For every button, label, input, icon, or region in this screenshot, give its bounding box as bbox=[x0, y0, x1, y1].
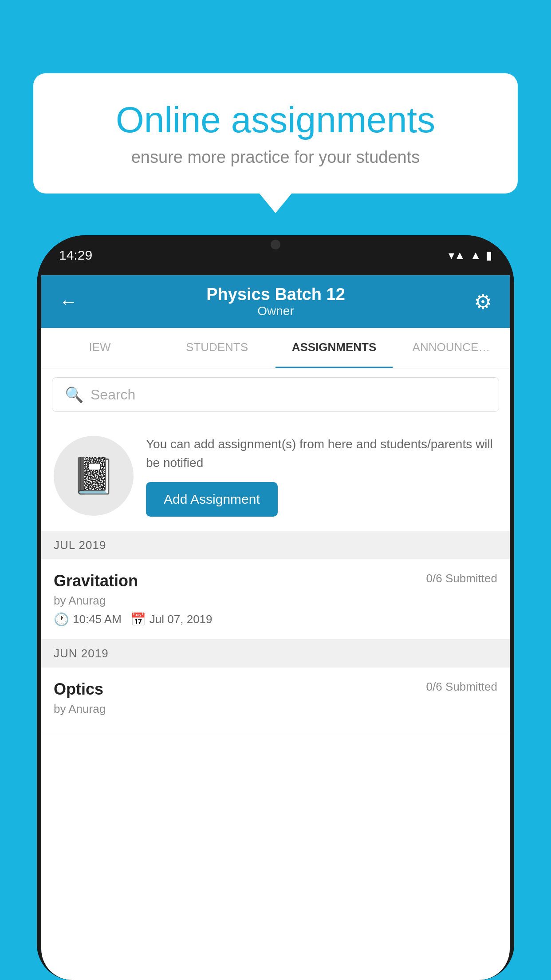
phone-time: 14:29 bbox=[59, 248, 92, 263]
assignment-date-value: Jul 07, 2019 bbox=[150, 612, 213, 626]
assignment-title-optics: Optics bbox=[54, 680, 103, 699]
wifi-icon: ▾▲ bbox=[449, 249, 466, 262]
assignment-submitted-gravitation: 0/6 Submitted bbox=[426, 572, 497, 585]
batch-name: Physics Batch 12 bbox=[206, 285, 345, 304]
assignment-row-top-optics: Optics 0/6 Submitted bbox=[54, 680, 497, 699]
section-header-jul: JUL 2019 bbox=[41, 531, 510, 559]
search-placeholder-text: Search bbox=[91, 387, 135, 403]
add-assignment-button[interactable]: Add Assignment bbox=[146, 482, 278, 517]
tab-students[interactable]: STUDENTS bbox=[158, 328, 276, 368]
speech-bubble-container: Online assignments ensure more practice … bbox=[33, 73, 518, 194]
promo-text-block: You can add assignment(s) from here and … bbox=[146, 435, 497, 517]
assignment-by-gravitation: by Anurag bbox=[54, 594, 497, 608]
assignment-date-gravitation: 📅 Jul 07, 2019 bbox=[130, 612, 213, 627]
phone-screen: ← Physics Batch 12 Owner ⚙ IEW STUDENTS … bbox=[41, 275, 510, 980]
section-header-jun: JUN 2019 bbox=[41, 640, 510, 668]
assignment-by-optics: by Anurag bbox=[54, 702, 497, 716]
back-button[interactable]: ← bbox=[59, 291, 78, 312]
notebook-circle: 📓 bbox=[54, 436, 134, 516]
search-icon: 🔍 bbox=[65, 386, 83, 403]
phone-camera bbox=[271, 240, 280, 249]
promo-block: 📓 You can add assignment(s) from here an… bbox=[41, 421, 510, 531]
tabs-bar: IEW STUDENTS ASSIGNMENTS ANNOUNCE… bbox=[41, 328, 510, 368]
promo-description: You can add assignment(s) from here and … bbox=[146, 435, 497, 472]
phone-frame: 14:29 ▾▲ ▲ ▮ ← Physics Batch 12 Owner ⚙ … bbox=[37, 235, 514, 980]
search-bar[interactable]: 🔍 Search bbox=[52, 377, 499, 412]
assignment-time-gravitation: 🕐 10:45 AM bbox=[54, 612, 122, 627]
clock-icon: 🕐 bbox=[54, 612, 69, 627]
settings-icon[interactable]: ⚙ bbox=[474, 290, 492, 314]
assignment-meta-gravitation: 🕐 10:45 AM 📅 Jul 07, 2019 bbox=[54, 612, 497, 627]
assignment-item-gravitation[interactable]: Gravitation 0/6 Submitted by Anurag 🕐 10… bbox=[41, 559, 510, 640]
phone-top-bar: 14:29 ▾▲ ▲ ▮ bbox=[37, 235, 514, 275]
assignment-item-optics[interactable]: Optics 0/6 Submitted by Anurag bbox=[41, 668, 510, 733]
assignment-time-value: 10:45 AM bbox=[73, 612, 122, 626]
tab-announcements[interactable]: ANNOUNCE… bbox=[393, 328, 510, 368]
phone-notch bbox=[249, 235, 302, 254]
search-container: 🔍 Search bbox=[41, 368, 510, 421]
assignment-submitted-optics: 0/6 Submitted bbox=[426, 680, 497, 694]
notebook-icon: 📓 bbox=[71, 455, 116, 497]
calendar-icon: 📅 bbox=[130, 612, 146, 627]
tab-iew[interactable]: IEW bbox=[41, 328, 158, 368]
header-title-block: Physics Batch 12 Owner bbox=[206, 285, 345, 318]
assignment-title-gravitation: Gravitation bbox=[54, 572, 138, 590]
app-header: ← Physics Batch 12 Owner ⚙ bbox=[41, 275, 510, 328]
speech-bubble: Online assignments ensure more practice … bbox=[33, 73, 518, 194]
batch-role: Owner bbox=[206, 304, 345, 318]
signal-icon: ▲ bbox=[470, 249, 481, 262]
speech-bubble-subtitle: ensure more practice for your students bbox=[64, 148, 487, 167]
assignment-row-top: Gravitation 0/6 Submitted bbox=[54, 572, 497, 590]
tab-assignments[interactable]: ASSIGNMENTS bbox=[276, 328, 393, 368]
battery-icon: ▮ bbox=[486, 249, 492, 262]
speech-bubble-title: Online assignments bbox=[64, 100, 487, 140]
phone-status-icons: ▾▲ ▲ ▮ bbox=[449, 249, 492, 262]
